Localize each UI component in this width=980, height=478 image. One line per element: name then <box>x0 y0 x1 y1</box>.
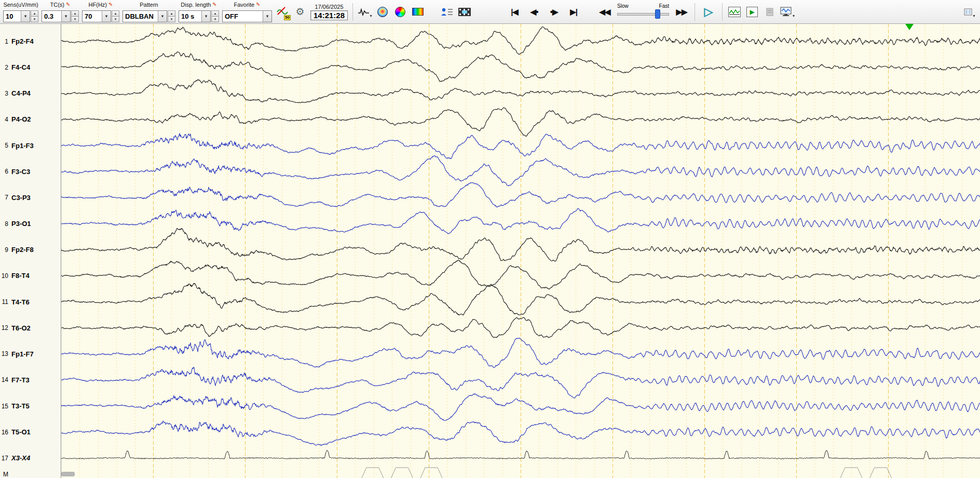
chevron-down-icon[interactable]: ▾ <box>201 11 210 22</box>
channel-number: 14 <box>0 376 8 383</box>
gray-page-icon <box>766 8 773 16</box>
hf-combobox[interactable]: 70 ▾ <box>82 10 111 22</box>
channel-number: 16 <box>0 429 8 436</box>
tc-spinner[interactable]: ▴ ▾ <box>71 10 79 22</box>
tc-label: TC(s) <box>50 2 65 8</box>
channel-row-10[interactable]: 10F8-T4 <box>0 271 61 281</box>
slider-track[interactable] <box>617 13 669 16</box>
channel-row-15[interactable]: 15T3-T5 <box>0 402 61 411</box>
channel-row-16[interactable]: 16T5-O1 <box>0 428 61 437</box>
sens-combobox[interactable]: 10 ▾ <box>3 10 30 22</box>
spinner-down-icon[interactable]: ▾ <box>71 17 79 22</box>
disabled-tool-icon[interactable] <box>763 4 777 20</box>
channel-label: Fp1-F7 <box>11 350 34 358</box>
display-length-spinner[interactable]: ▴ ▾ <box>211 10 219 22</box>
hf-label: HF(Hz) <box>89 2 107 8</box>
display-length-combobox[interactable]: 10 s ▾ <box>179 10 211 22</box>
channel-label: F3-C3 <box>11 168 30 176</box>
step-back-button[interactable]: ◀• <box>526 7 542 17</box>
chevron-down-icon[interactable]: ▾ <box>61 11 70 22</box>
spinner-down-icon[interactable]: ▾ <box>168 17 175 22</box>
pattern-spinner[interactable]: ▴ ▾ <box>168 10 175 22</box>
channel-label: T6-O2 <box>11 324 31 332</box>
channel-row-17[interactable]: 17X3-X4 <box>0 454 61 463</box>
remote-monitor-icon[interactable]: ▾ <box>780 4 795 20</box>
last-page-button[interactable]: ▶| <box>565 7 582 17</box>
channel-row-11[interactable]: 11T4-T6 <box>0 297 61 307</box>
channel-row-7[interactable]: 7C3-P3 <box>0 193 61 202</box>
chevron-down-icon[interactable]: ▾ <box>973 14 975 20</box>
first-page-button[interactable]: |◀ <box>506 7 523 17</box>
channel-number: 15 <box>0 403 8 410</box>
favorite-label: Favorite <box>234 2 254 8</box>
channel-row-3[interactable]: 3C4-P4 <box>0 89 61 98</box>
3d-head-map-icon[interactable] <box>393 4 407 20</box>
chevron-down-icon[interactable]: ▾ <box>263 11 271 22</box>
topography-map-icon[interactable] <box>375 4 390 20</box>
channel-row-4[interactable]: 4P4-O2 <box>0 115 61 124</box>
cursor-marker-icon[interactable] <box>905 24 914 30</box>
channel-number: 1 <box>0 38 8 45</box>
video-icon[interactable] <box>457 4 472 20</box>
channel-row-M[interactable]: M <box>0 470 61 478</box>
notch-filter-icon[interactable]: 50 <box>275 4 290 20</box>
channel-row-9[interactable]: 9Fp2-F8 <box>0 245 61 255</box>
chevron-down-icon[interactable]: ▾ <box>102 11 111 22</box>
step-forward-button[interactable]: •▶ <box>546 7 562 17</box>
chevron-down-icon[interactable]: ▾ <box>370 14 372 20</box>
fast-forward-button[interactable]: ▶▶ <box>673 7 690 17</box>
channel-label: T5-O1 <box>11 428 31 436</box>
channel-row-14[interactable]: 14F7-T3 <box>0 375 61 384</box>
monitor-icon <box>780 7 792 17</box>
channel-row-8[interactable]: 8P3-O1 <box>0 219 61 229</box>
patient-info-icon[interactable] <box>440 4 454 20</box>
eeg-trace-canvas[interactable] <box>61 24 980 478</box>
channel-number: 6 <box>0 168 8 175</box>
chevron-down-icon[interactable]: ▾ <box>793 14 795 20</box>
channel-row-12[interactable]: 12T6-O2 <box>0 323 61 333</box>
favorite-field: Favorite ✎ OFF ▾ <box>222 2 272 22</box>
channel-row-6[interactable]: 6F3-C3 <box>0 167 61 176</box>
edit-pencil-icon[interactable]: ✎ <box>108 2 113 7</box>
spectrogram-icon[interactable] <box>411 4 425 20</box>
spinner-down-icon[interactable]: ▾ <box>112 17 119 22</box>
spinner-down-icon[interactable]: ▾ <box>211 17 219 22</box>
channel-row-1[interactable]: 1Fp2-F4 <box>0 37 61 46</box>
spinner-up-icon[interactable]: ▴ <box>168 10 175 17</box>
rewind-button[interactable]: ◀◀ <box>596 7 613 17</box>
favorite-value: OFF <box>223 12 263 20</box>
speed-slider[interactable]: Slow Fast <box>616 3 670 21</box>
spinner-down-icon[interactable]: ▾ <box>31 17 38 22</box>
edit-pencil-icon[interactable]: ✎ <box>256 2 260 7</box>
person-list-icon <box>441 7 453 17</box>
edit-pencil-icon[interactable]: ✎ <box>212 2 216 7</box>
hf-value: 70 <box>83 12 102 20</box>
channel-row-13[interactable]: 13Fp1-F7 <box>0 349 61 358</box>
hf-spinner[interactable]: ▴ ▾ <box>112 10 119 22</box>
favorite-combobox[interactable]: OFF ▾ <box>222 10 272 22</box>
trend-chart-icon[interactable] <box>727 4 742 20</box>
slider-thumb[interactable] <box>655 9 660 19</box>
trace-area[interactable] <box>61 24 980 478</box>
sens-spinner[interactable]: ▴ ▾ <box>31 10 38 22</box>
pattern-combobox[interactable]: DBLBAN ▾ <box>122 10 167 22</box>
spinner-up-icon[interactable]: ▴ <box>112 10 119 17</box>
channel-number: 4 <box>0 116 8 123</box>
scrollbar-stub[interactable] <box>61 472 75 476</box>
start-playback-icon[interactable]: ▶ <box>745 4 759 20</box>
channel-row-5[interactable]: 5Fp1-F3 <box>0 141 61 150</box>
play-button[interactable]: ▷ <box>700 5 717 19</box>
edit-pencil-icon[interactable]: ✎ <box>66 2 70 7</box>
spinner-up-icon[interactable]: ▴ <box>31 10 38 17</box>
separator <box>352 3 353 21</box>
chevron-down-icon[interactable]: ▾ <box>21 11 30 22</box>
settings-gear-icon[interactable]: ⚙ <box>293 4 307 20</box>
channel-row-2[interactable]: 2F4-C4 <box>0 63 61 72</box>
chevron-down-icon[interactable]: ▾ <box>158 11 167 22</box>
tc-combobox[interactable]: 0.3 ▾ <box>42 10 71 22</box>
spinner-up-icon[interactable]: ▴ <box>211 10 219 17</box>
toolbar-overflow-icon[interactable]: ▾ <box>962 4 977 20</box>
waveform-tool-icon[interactable]: ▾ <box>358 4 372 20</box>
time-label: 14:21:28 <box>310 10 348 20</box>
spinner-up-icon[interactable]: ▴ <box>71 10 79 17</box>
